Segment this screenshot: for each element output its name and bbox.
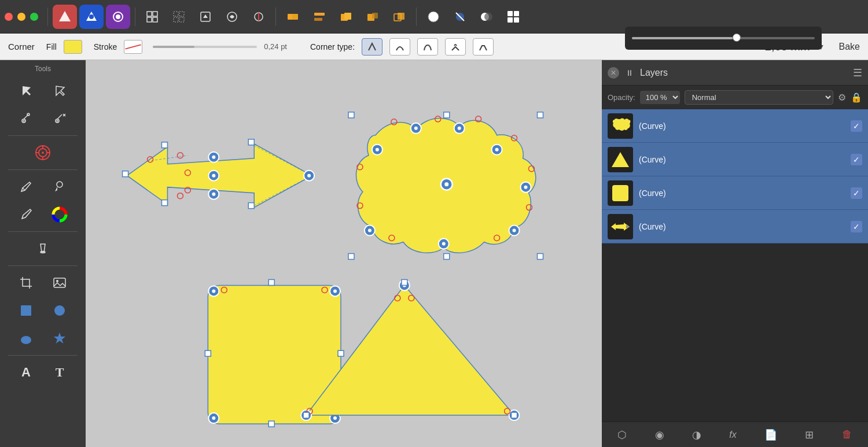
align-btn[interactable] [307,5,332,29]
minimize-button[interactable] [17,13,25,21]
svg-point-111 [444,182,448,186]
layer-item-2[interactable]: (Curve) ✓ [602,143,868,176]
stroke-width-slider[interactable] [153,46,257,48]
svg-point-84 [177,153,183,158]
svg-point-62 [54,305,65,316]
pencil-tool-btn[interactable] [10,173,42,200]
svg-rect-6 [153,12,157,16]
maximize-button[interactable] [30,13,38,21]
svg-rect-70 [123,171,128,177]
constraint-btn[interactable] [247,5,271,29]
toolbar-separator-1 [47,8,48,26]
opacity-dropdown[interactable]: 100 % 75 % 50 % 25 % [640,91,680,104]
layers-stack-btn[interactable]: ⬡ [617,428,627,441]
pen-node-tool-btn[interactable] [10,105,42,132]
target-row [11,139,75,166]
close-button[interactable] [5,13,13,21]
star-tool-btn[interactable] [44,325,75,352]
target-tool-btn[interactable] [11,139,75,166]
select-tool-btn[interactable] [10,77,42,104]
layers-gear-btn[interactable]: ⚙ [838,92,846,103]
blend-mode-btn[interactable] [475,5,499,29]
more-btn[interactable] [501,5,525,29]
layer-check-1[interactable]: ✓ [851,120,862,132]
color-picker-btn[interactable] [44,173,75,200]
svg-rect-91 [348,254,354,260]
pencil2-tool-btn[interactable] [10,201,42,228]
svg-point-56 [57,182,62,187]
layer-item-4[interactable]: (Curve) ✓ [602,210,868,243]
svg-point-103 [524,186,528,189]
svg-point-50 [42,152,44,154]
crop-tool-btn[interactable] [10,269,42,296]
layers-adjust-btn[interactable]: ◑ [692,428,701,441]
corner-type-sharp-btn[interactable] [362,38,382,56]
layers-list: (Curve) ✓ (Curve) ✓ [602,109,868,422]
boolean-int-btn[interactable] [387,5,411,29]
svg-point-107 [442,242,446,246]
export-btn[interactable] [193,5,218,29]
pen-cross-btn[interactable] [44,105,75,132]
layer-check-4[interactable]: ✓ [851,221,862,232]
radius-slider-track[interactable] [632,37,815,39]
layers-close-btn[interactable]: ✕ [608,67,619,79]
affinity-logo-btn[interactable] [53,5,77,29]
layers-lock-btn[interactable]: 🔒 [851,92,862,103]
corner-type-rounded-btn[interactable] [389,38,410,56]
opacity-label: Opacity: [608,93,635,102]
grid-toggle-btn[interactable] [140,5,164,29]
color-wheel-btn[interactable] [44,201,75,228]
corner-type-curved-btn[interactable] [417,38,438,56]
layers-mask-btn[interactable]: ◉ [655,428,664,441]
node-tool-btn[interactable] [44,77,75,104]
glass-tool-btn[interactable] [11,235,75,262]
corner-type-label: Corner type: [310,42,355,51]
text-tool-btn[interactable]: A [10,359,42,386]
tool-divider-2 [8,169,78,170]
photo-persona-btn[interactable] [106,5,130,29]
layers-delete-btn[interactable]: 🗑 [842,428,852,441]
blend-mode-dropdown[interactable]: Normal Multiply Screen Overlay [685,90,833,105]
svg-rect-135 [205,350,211,356]
frame-text-btn[interactable]: T [44,359,75,386]
layer-item-1[interactable]: (Curve) ✓ [602,109,868,143]
ellipse-tool-btn[interactable] [44,297,75,324]
layer-name-4: (Curve) [639,222,845,231]
svg-marker-64 [54,333,65,343]
layers-footer: ⬡ ◉ ◑ fx 📄 ⊞ 🗑 [602,422,868,447]
layers-pause-btn[interactable]: ⏸ [624,67,635,79]
snap-toggle-btn[interactable] [167,5,191,29]
stroke-circle-btn[interactable] [448,5,472,29]
corner-type-cut-btn[interactable] [473,38,494,56]
layers-embed-btn[interactable]: ⊞ [805,428,814,441]
svg-rect-73 [248,203,254,209]
fill-color-swatch[interactable] [64,40,82,54]
canvas-area[interactable] [86,60,602,447]
toolbar-separator-2 [135,8,135,26]
layer-check-2[interactable]: ✓ [851,154,862,165]
layers-fx-btn[interactable]: fx [729,430,736,440]
stroke-color-swatch[interactable] [124,40,142,54]
layers-place-btn[interactable]: 📄 [764,428,777,441]
layer-check-3[interactable]: ✓ [851,187,862,199]
rect-tool-btn[interactable] [10,297,42,324]
boolean-diff-btn[interactable] [361,5,385,29]
svg-rect-5 [147,12,152,16]
image-tool-btn[interactable] [44,269,75,296]
svg-rect-134 [269,279,274,285]
transform-group-btn[interactable] [281,5,305,29]
corner-type-inner-rounded-btn[interactable] [445,38,466,56]
fill-circle-btn[interactable] [421,5,446,29]
tools-panel: Tools [0,60,86,447]
layer-item-3[interactable]: (Curve) ✓ [602,176,868,210]
ellipse2-tool-btn[interactable] [10,325,42,352]
layers-opacity-row: Opacity: 100 % 75 % 50 % 25 % Normal Mul… [602,86,868,109]
svg-rect-71 [161,142,167,148]
symbol-btn[interactable] [220,5,244,29]
layers-menu-btn[interactable]: ☰ [853,67,862,79]
radius-slider-thumb[interactable] [733,34,741,42]
svg-point-131 [333,416,337,420]
designer-persona-btn[interactable] [79,5,104,29]
svg-point-2 [89,14,94,19]
boolean-union-btn[interactable] [334,5,358,29]
